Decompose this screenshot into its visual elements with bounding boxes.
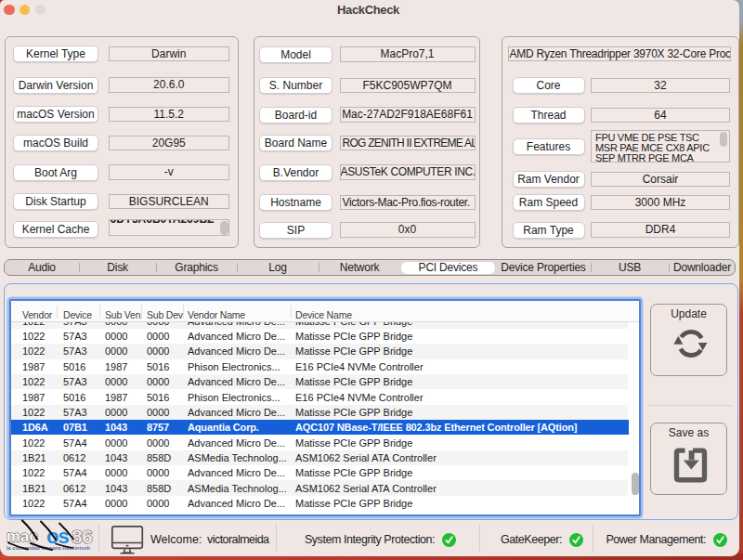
svg-text:mac: mac — [7, 527, 38, 544]
svg-text:86: 86 — [72, 526, 92, 547]
